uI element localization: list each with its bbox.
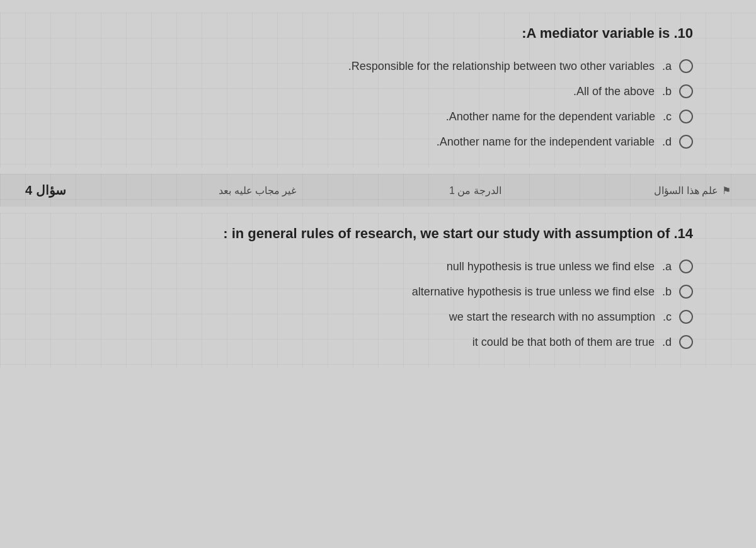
option-14-c-text: we start the research with no assumption bbox=[449, 311, 655, 324]
option-14-a-label: .a bbox=[662, 260, 672, 273]
option-10-b[interactable]: .b .All of the above bbox=[573, 84, 693, 98]
question-10-block: :A mediator variable is .10 .a .Responsi… bbox=[0, 13, 756, 168]
option-10-d-label: .d bbox=[662, 135, 672, 149]
radio-10-a[interactable] bbox=[679, 59, 693, 73]
option-14-a-text: null hypothesis is true unless we find e… bbox=[447, 260, 655, 273]
option-10-c[interactable]: .c .Another name for the dependent varia… bbox=[446, 110, 693, 123]
option-14-d-label: .d bbox=[662, 336, 672, 349]
option-10-d[interactable]: .d .Another name for the independent var… bbox=[437, 135, 693, 149]
option-10-c-text: .Another name for the dependent variable bbox=[446, 110, 655, 123]
question-14-options: .a null hypothesis is true unless we fin… bbox=[25, 260, 731, 349]
option-14-b-text: alternative hypothesis is true unless we… bbox=[412, 285, 655, 299]
question-14-block: : in general rules of research, we start… bbox=[0, 213, 756, 368]
question-num: سؤال 4 bbox=[25, 183, 66, 198]
flag-question-button[interactable]: ⚑ علم هذا السؤال bbox=[654, 185, 731, 197]
option-14-a[interactable]: .a null hypothesis is true unless we fin… bbox=[447, 260, 693, 273]
option-14-b-label: .b bbox=[662, 285, 672, 299]
option-10-b-label: .b bbox=[662, 85, 672, 98]
question-10-options: .a .Responsible for the relationship bet… bbox=[25, 59, 731, 149]
radio-14-a[interactable] bbox=[679, 260, 693, 273]
option-14-c-label: .c bbox=[663, 311, 672, 324]
radio-10-d[interactable] bbox=[679, 135, 693, 149]
score-text: الدرجة من 1 bbox=[449, 185, 501, 197]
option-10-d-text: .Another name for the independent variab… bbox=[437, 135, 655, 149]
flag-icon: ⚑ bbox=[722, 185, 731, 197]
option-14-d-text: it could be that both of them are true bbox=[472, 336, 655, 349]
radio-10-c[interactable] bbox=[679, 110, 693, 123]
option-10-a[interactable]: .a .Responsible for the relationship bet… bbox=[348, 59, 693, 73]
question-14-title: : in general rules of research, we start… bbox=[25, 225, 731, 242]
radio-14-b[interactable] bbox=[679, 285, 693, 299]
radio-10-b[interactable] bbox=[679, 84, 693, 98]
status-text: غير مجاب عليه بعد bbox=[219, 185, 296, 197]
page-container: :A mediator variable is .10 .a .Responsi… bbox=[0, 0, 756, 548]
question-10-title: :A mediator variable is .10 bbox=[25, 25, 731, 42]
option-10-a-text: .Responsible for the relationship betwee… bbox=[348, 60, 655, 73]
option-14-b[interactable]: .b alternative hypothesis is true unless… bbox=[412, 285, 693, 299]
option-10-b-text: .All of the above bbox=[573, 85, 655, 98]
option-10-a-label: .a bbox=[662, 60, 672, 73]
radio-14-c[interactable] bbox=[679, 310, 693, 324]
option-14-d[interactable]: .d it could be that both of them are tru… bbox=[472, 335, 693, 349]
radio-14-d[interactable] bbox=[679, 335, 693, 349]
divider-row: ⚑ علم هذا السؤال الدرجة من 1 غير مجاب عل… bbox=[0, 174, 756, 207]
flag-label: علم هذا السؤال bbox=[654, 185, 718, 197]
option-10-c-label: .c bbox=[663, 110, 672, 123]
option-14-c[interactable]: .c we start the research with no assumpt… bbox=[449, 310, 693, 324]
